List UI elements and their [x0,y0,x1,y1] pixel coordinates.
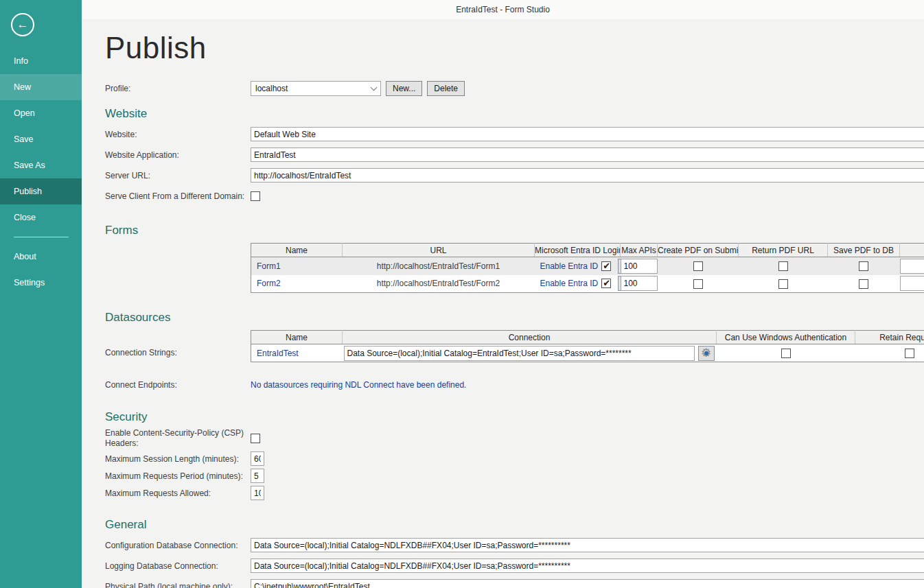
profile-selected-value: localhost [255,84,371,93]
server-url-label: Server URL: [105,171,251,180]
form2-create-pdf-checkbox[interactable] [693,279,703,289]
form1-extra-input[interactable] [900,259,924,274]
logging-db-label: Logging Database Connection: [105,561,251,571]
datasources-table-row-1: EntraIdTest ⚙ [251,344,924,362]
form2-max-apis-input[interactable] [621,276,658,291]
server-url-row: Server URL: [105,168,924,183]
forms-header-extra [900,244,924,257]
requests-period-label: Maximum Requests Period (minutes): [105,471,251,481]
logging-db-input[interactable] [251,558,924,573]
datasources-table-header-row: Name Connection Can Use Windows Authenti… [251,331,924,344]
requests-allowed-row: Maximum Requests Allowed: [105,486,924,500]
form2-entra-checkbox[interactable] [601,279,611,288]
website-input[interactable] [251,127,924,141]
form1-save-pdf-db-checkbox[interactable] [859,261,868,271]
datasource-connection-input[interactable] [344,346,695,361]
form1-link[interactable]: Form1 [257,261,281,271]
requests-period-input[interactable] [251,469,264,483]
connect-endpoints-message: No datasources requiring NDL Connect hav… [251,380,466,390]
physical-path-label: Physical Path (local machine only): [105,582,251,588]
forms-section-heading: Forms [105,224,924,237]
sidebar-item-save[interactable]: Save [0,126,82,152]
forms-header-name: Name [251,244,343,257]
forms-header-create-pdf: Create PDF on Submit [658,244,739,257]
serve-client-label: Serve Client From a Different Domain: [105,191,251,201]
sidebar-divider [14,237,69,237]
sidebar-item-save-as[interactable]: Save As [0,152,82,178]
datasource-settings-button[interactable]: ⚙ [698,346,715,361]
sidebar-item-about[interactable]: About [0,244,82,270]
back-arrow-icon: ← [17,19,29,30]
logging-db-row: Logging Database Connection: [105,558,924,573]
forms-header-entra-login: Microsoft Entra ID Login [535,244,621,257]
website-row: Website: [105,127,924,141]
security-section-heading: Security [105,410,924,424]
forms-table-header-row: Name URL Microsoft Entra ID Login Max AP… [251,244,924,257]
form1-enable-entra-link[interactable]: Enable Entra ID [540,261,599,271]
sidebar-nav: Info New Open Save Save As Publish Close… [0,48,82,296]
form2-extra-input[interactable] [900,276,924,291]
forms-header-save-pdf-db: Save PDF to DB [828,244,900,257]
form2-enable-entra-link[interactable]: Enable Entra ID [540,279,599,288]
datasource-entraidtest-link[interactable]: EntraIdTest [257,349,299,358]
sidebar-item-publish[interactable]: Publish [0,178,82,204]
chevron-down-icon [371,84,378,91]
physical-path-row: Physical Path (local machine only): [105,579,924,588]
form2-return-pdf-url-checkbox[interactable] [778,279,788,289]
datasources-header-windows-auth: Can Use Windows Authentication [717,331,855,344]
profile-new-button[interactable]: New... [386,81,422,96]
form1-create-pdf-checkbox[interactable] [693,261,703,271]
form1-return-pdf-url-checkbox[interactable] [778,261,788,271]
datasource-windows-auth-checkbox[interactable] [781,349,791,358]
session-length-input[interactable] [251,451,264,466]
forms-table: Name URL Microsoft Entra ID Login Max AP… [251,243,924,293]
config-db-row: Configuration Database Connection: [105,538,924,552]
server-url-input[interactable] [251,168,924,183]
csp-checkbox[interactable] [251,434,260,443]
website-application-input[interactable] [251,148,924,162]
config-db-label: Configuration Database Connection: [105,541,251,550]
general-section-heading: General [105,518,924,532]
form2-link[interactable]: Form2 [257,279,281,288]
datasources-header-retain-requests: Retain Requests [855,331,924,344]
sidebar-item-info[interactable]: Info [0,48,82,74]
back-button[interactable]: ← [11,13,34,36]
form1-entra-checkbox[interactable] [601,261,611,271]
sidebar-item-close[interactable]: Close [0,204,82,231]
form2-url: http://localhost/EntraIdTest/Form2 [343,275,535,293]
website-application-label: Website Application: [105,150,251,160]
requests-allowed-input[interactable] [251,486,264,500]
sidebar-item-new[interactable]: New [0,74,82,100]
backstage-sidebar: ← Info New Open Save Save As Publish Clo… [0,0,82,588]
csp-row: Enable Content-Security-Policy (CSP) Hea… [105,428,924,449]
form1-max-apis-input[interactable] [621,259,658,274]
session-length-row: Maximum Session Length (minutes): [105,451,924,466]
forms-header-return-pdf-url: Return PDF URL [739,244,828,257]
connect-endpoints-label: Connect Endpoints: [105,380,251,390]
datasources-header-name: Name [251,331,343,344]
forms-table-row-2: Form2 http://localhost/EntraIdTest/Form2… [251,275,924,293]
gear-icon: ⚙ [701,347,711,359]
website-section-heading: Website [105,107,924,121]
profile-row: Profile: localhost New... Delete [105,81,924,96]
profile-select[interactable]: localhost [251,81,381,96]
window-title: EntraIdTest - Form Studio [456,5,550,14]
forms-table-row-1: Form1 http://localhost/EntraIdTest/Form1… [251,257,924,275]
website-label: Website: [105,130,251,139]
profile-delete-button[interactable]: Delete [427,81,465,96]
page-title: Publish [105,30,924,66]
datasources-table: Name Connection Can Use Windows Authenti… [251,330,924,362]
serve-client-row: Serve Client From a Different Domain: [105,189,924,203]
form2-save-pdf-db-checkbox[interactable] [859,279,868,289]
datasource-retain-requests-checkbox[interactable] [905,349,914,358]
config-db-input[interactable] [251,538,924,552]
requests-allowed-label: Maximum Requests Allowed: [105,489,251,498]
datasources-header-connection: Connection [343,331,717,344]
sidebar-item-open[interactable]: Open [0,100,82,126]
serve-client-checkbox[interactable] [251,191,260,201]
connect-endpoints-row: Connect Endpoints: No datasources requir… [105,380,924,390]
requests-period-row: Maximum Requests Period (minutes): [105,469,924,483]
connection-strings-row: Connection Strings: Name Connection Can … [105,330,924,362]
sidebar-item-settings[interactable]: Settings [0,270,82,296]
physical-path-input[interactable] [251,579,924,588]
